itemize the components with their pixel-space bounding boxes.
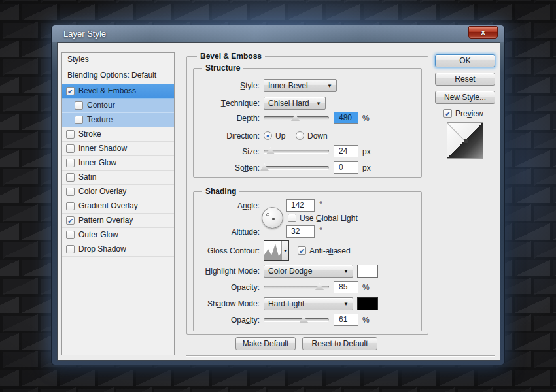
checkbox[interactable]: ✔ [66,216,75,225]
chevron-down-icon: ▼ [343,269,349,274]
chevron-down-icon: ▼ [343,301,349,307]
shadow-opacity-input[interactable]: 61 [334,314,358,326]
sidebar-item-outer-glow[interactable]: Outer Glow [62,228,174,242]
sidebar-item-drop-shadow[interactable]: Drop Shadow [62,242,174,257]
direction-up-radio[interactable]: ● [264,131,272,140]
new-style-button[interactable]: New̲ Style... [435,91,495,104]
window-title: Layer Style [63,25,106,42]
depth-unit: % [362,112,378,125]
style-preview-thumbnail [447,122,483,159]
technique-dropdown[interactable]: Chisel Hard▼ [264,97,326,110]
sidebar-item-color-overlay[interactable]: Color Overlay [62,185,174,199]
sidebar-item-label: Texture [87,113,113,127]
shadow-opacity-label: Opac̲ity: [162,314,260,327]
checkbox[interactable] [66,245,75,253]
sidebar-item-label: Contour [87,99,115,112]
structure-legend: Structure [202,63,243,73]
angle-dial-marker [266,213,269,216]
use-global-light-checkbox[interactable] [288,214,296,222]
soften-slider[interactable] [264,166,329,169]
sidebar-item-label: Gradient Overlay [78,199,138,213]
sidebar-item-label: Stroke [78,127,101,141]
depth-label: D̲epth: [162,112,260,125]
make-default-button[interactable]: Make Default [235,337,296,350]
depth-slider[interactable] [264,116,329,120]
bevel-center-knot [464,139,468,143]
reset-button[interactable]: Reset [435,73,495,86]
dialog-body: Styles Blending Options: Default ✔ Bevel… [57,42,500,361]
bevel-crease [447,123,466,142]
style-dropdown[interactable]: Inner Bevel▼ [264,79,337,92]
preview-label: Prev̲iew [455,107,483,120]
highlight-color-swatch[interactable] [357,265,378,278]
sidebar-item-label: Inner Shadow [78,142,127,155]
sidebar-item-satin[interactable]: Satin [62,171,174,185]
shadow-mode-dropdown[interactable]: Hard Light▼ [264,297,353,310]
checkbox[interactable] [75,101,83,110]
sidebar-item-label: Pattern Overlay [78,214,133,227]
depth-input[interactable]: 480 [334,112,358,124]
sidebar-item-label: Bevel & Emboss [78,84,136,98]
soften-input[interactable]: 0 [334,161,358,174]
checkbox[interactable] [66,202,75,210]
checkbox[interactable] [66,173,75,182]
sidebar-item-pattern-overlay[interactable]: ✔ Pattern Overlay [62,214,174,228]
sidebar-item-inner-glow[interactable]: Inner Glow [62,156,174,171]
angle-label: An̲gle: [162,199,260,212]
gloss-contour-picker[interactable]: ▼ [264,240,289,261]
highlight-opacity-slider[interactable] [264,286,329,289]
sidebar-item-inner-shadow[interactable]: Inner Shadow [62,142,174,156]
highlight-mode-dropdown[interactable]: Color Dodge▼ [264,265,353,278]
anti-aliased-checkbox[interactable]: ✔ [298,246,306,255]
checkbox[interactable] [66,144,75,153]
use-global-light-label: Use G̲lobal Light [300,212,358,225]
close-button[interactable]: x [468,26,498,39]
sidebar-item-gradient-overlay[interactable]: Gradient Overlay [62,199,174,214]
sidebar-item-contour[interactable]: Contour [62,99,174,113]
sidebar-item-label: Color Overlay [78,185,126,199]
sidebar-item-label: Drop Shadow [78,242,126,256]
checkbox[interactable]: ✔ [66,87,75,95]
direction-down-radio[interactable] [296,131,304,140]
sidebar-item-blending-options[interactable]: Blending Options: Default [62,67,174,84]
angle-input[interactable]: 142 [286,199,315,212]
style-label: S̲tyle: [162,79,260,92]
highlight-mode-value: Color Dodge [268,267,312,276]
checkbox[interactable] [66,159,75,167]
highlight-opacity-input[interactable]: 85 [334,281,358,293]
ok-button[interactable]: OK [435,54,495,67]
chevron-down-icon: ▼ [327,83,332,89]
altitude-input[interactable]: 32 [286,225,315,238]
checkbox[interactable] [66,130,75,139]
sidebar-item-stroke[interactable]: Stroke [62,127,174,142]
shading-legend: Shading [202,186,239,197]
sidebar-item-label: Satin [78,171,96,184]
highlight-mode-label: H̲ighlight Mode: [162,265,260,278]
checkbox[interactable] [66,188,75,196]
size-slider[interactable] [264,150,329,153]
titlebar[interactable]: Layer Style x [52,25,504,42]
angle-dial[interactable] [262,207,283,229]
soften-unit: px [362,161,378,174]
sidebar-item-label: Inner Glow [78,156,116,170]
styles-list: Styles Blending Options: Default ✔ Bevel… [61,52,175,355]
chevron-down-icon: ▼ [316,101,321,106]
highlight-opacity-label: O̲pacity: [162,281,260,294]
angle-unit: ° [319,198,335,211]
shadow-mode-value: Hard Light [268,299,304,308]
checkbox[interactable] [66,231,75,239]
shadow-color-swatch[interactable] [357,297,378,310]
sidebar-item-bevel-emboss[interactable]: ✔ Bevel & Emboss [62,84,174,99]
layer-style-window: Layer Style x Styles Blending Options: D… [51,25,505,365]
sidebar-item-texture[interactable]: Texture [62,113,174,127]
preview-checkbox[interactable]: ✔ [443,109,452,118]
anti-aliased-label: Anti-al̲iased [309,244,351,257]
highlight-opacity-unit: % [362,281,378,294]
size-input[interactable]: 24 [334,145,358,157]
size-unit: px [362,145,378,158]
reset-to-default-button[interactable]: Reset to Default [302,337,377,350]
checkbox[interactable] [75,116,83,124]
shadow-opacity-slider[interactable] [264,318,329,321]
gloss-contour-label: Gloss Contour: [162,244,260,257]
soften-label: Sof̲ten: [162,161,260,174]
